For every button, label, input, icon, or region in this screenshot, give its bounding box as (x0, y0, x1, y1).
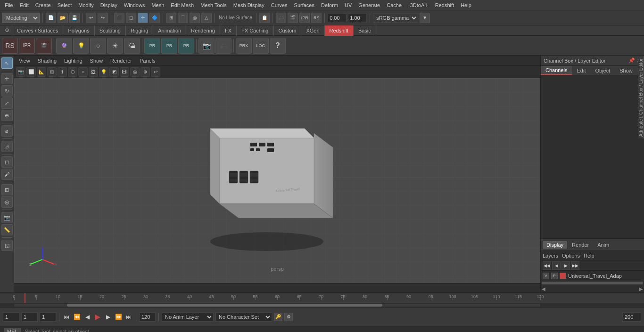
vp-smooth-button[interactable]: ○ (78, 67, 88, 77)
vp-grid-button[interactable]: ⊞ (47, 67, 57, 77)
shelf-icon-pr-1[interactable]: PR (144, 38, 160, 54)
snap-point-button[interactable]: ◎ (190, 13, 200, 23)
scale-field[interactable]: 1.00 (348, 14, 367, 22)
channel-box-scrollbar[interactable] (541, 281, 644, 285)
camera-lt-button[interactable]: 📷 (1, 212, 13, 223)
layer-tab-render[interactable]: Render (568, 241, 593, 249)
menu-edit-mesh[interactable]: Edit Mesh (168, 1, 197, 9)
shelf-icon-render-cam[interactable]: 🎥 (215, 38, 231, 54)
redo-button[interactable]: ↪ (98, 13, 108, 23)
menu-mesh[interactable]: Mesh (149, 1, 167, 9)
cb-tab-object[interactable]: Object (590, 66, 615, 75)
shelf-tab-redshift[interactable]: Redshift (325, 25, 354, 36)
cb-tab-edit[interactable]: Edit (572, 66, 590, 75)
vp-camera-button[interactable]: 📷 (16, 67, 25, 77)
shelf-icon-rs-sun[interactable]: ☀ (107, 38, 123, 54)
scale-tool-lt-button[interactable]: ⤢ (1, 97, 13, 109)
shelf-tab-sculpting[interactable]: Sculpting (95, 25, 126, 36)
prev-key-button[interactable]: ⏪ (73, 313, 81, 321)
layer-menu-options[interactable]: Options (562, 253, 580, 259)
vp-menu-renderer[interactable]: Renderer (108, 57, 134, 65)
play-button[interactable]: ▶ (93, 313, 102, 321)
layer-tab-anim[interactable]: Anim (594, 241, 613, 249)
go-start-button[interactable]: ⏮ (62, 313, 71, 321)
auto-key-button[interactable]: 🔑 (274, 313, 282, 321)
measure-lt-button[interactable]: 📏 (1, 224, 13, 235)
scene-canvas[interactable]: X Z Y (14, 78, 540, 283)
playback-speed-field[interactable]: 1 (40, 312, 56, 322)
select-tool-button[interactable]: ↖ (1, 57, 13, 69)
shelf-icon-help[interactable]: ? (270, 38, 286, 54)
shelf-icon-rs-ipr[interactable]: IPR (19, 38, 35, 54)
shelf-tab-polygons[interactable]: Polygons (63, 25, 94, 36)
layer-color-swatch[interactable] (560, 273, 566, 279)
gamma-options-button[interactable]: ▼ (420, 13, 430, 23)
channel-box-scroll-right[interactable]: ▶ (639, 286, 643, 292)
menu-modify[interactable]: Modify (75, 1, 96, 9)
menu-edit[interactable]: Edit (17, 1, 32, 9)
next-key-button[interactable]: ⏩ (114, 313, 123, 321)
timeline[interactable]: 0510152025303540455055606570758085909510… (0, 293, 644, 303)
move-tool-lt-button[interactable]: ✛ (1, 73, 13, 84)
ipr-button[interactable]: IPR (299, 13, 310, 23)
vp-hud-button[interactable]: ℹ (58, 67, 67, 77)
range-end-field[interactable]: 120 (139, 312, 156, 322)
isolate-select-button[interactable]: ◱ (1, 240, 13, 251)
preferences-button[interactable]: ⚙ (284, 313, 293, 321)
undo-button[interactable]: ↩ (86, 13, 96, 23)
vp-menu-shading[interactable]: Shading (36, 57, 58, 65)
shelf-tab-rigging[interactable]: Rigging (126, 25, 153, 36)
channel-box-scroll-thumb[interactable] (542, 282, 643, 284)
menu-help[interactable]: Help (458, 1, 474, 9)
universal-tool-lt-button[interactable]: ⊕ (1, 110, 13, 121)
shelf-icon-log[interactable]: LOG (253, 38, 269, 54)
workspace-dropdown[interactable]: Modeling (2, 13, 40, 23)
menu-generate[interactable]: Generate (355, 1, 383, 9)
vp-menu-view[interactable]: View (17, 57, 32, 65)
character-set-dropdown[interactable]: No Character Set (215, 312, 272, 322)
shelf-icon-rs-render[interactable]: 🎬 (36, 38, 52, 54)
vp-wireframe-button[interactable]: ⬡ (68, 67, 77, 77)
shelf-icon-pr-2[interactable]: PR (161, 38, 177, 54)
menu-display[interactable]: Display (98, 1, 120, 9)
snap-surface-button[interactable]: △ (201, 13, 212, 23)
shelf-icon-rs-light[interactable]: 💡 (73, 38, 89, 54)
vp-anim-button[interactable]: 🎞 (120, 67, 129, 77)
shelf-icon-camera[interactable]: 📷 (198, 38, 215, 54)
layer-tb-prev[interactable]: ◀ (552, 261, 561, 270)
vp-xray-button[interactable]: ◎ (130, 67, 140, 77)
go-end-button[interactable]: ⏭ (124, 313, 133, 321)
script-language-label[interactable]: MEL (4, 328, 21, 332)
show-manip-button[interactable]: ⊿ (1, 141, 13, 152)
vp-light-button[interactable]: 💡 (99, 67, 108, 77)
menu-create[interactable]: Create (33, 1, 54, 9)
history-button[interactable]: 📋 (259, 13, 270, 23)
render-button[interactable]: 🎬 (288, 13, 298, 23)
open-file-button[interactable]: 📂 (58, 13, 68, 23)
select-mode-button[interactable]: ⬛ (114, 13, 124, 23)
gamma-dropdown[interactable]: sRGB gamma (373, 13, 418, 23)
snap-button[interactable]: 🔷 (149, 13, 160, 23)
timeline-scrollbar[interactable] (0, 303, 644, 307)
vp-film-gate-button[interactable]: ⬜ (26, 67, 36, 77)
shelf-tab-animation[interactable]: Animation (153, 25, 186, 36)
shelf-tab-curves-surfaces[interactable]: Curves / Surfaces (12, 25, 63, 36)
camera-button[interactable]: 🎥 (276, 13, 286, 23)
shelf-icon-pr-3[interactable]: PR (178, 38, 194, 54)
lasso-button[interactable]: ◻ (126, 13, 136, 23)
rotate-tool-lt-button[interactable]: ↻ (1, 85, 13, 97)
shelf-icon-rs-material[interactable]: 🔮 (56, 38, 72, 54)
new-file-button[interactable]: 📄 (46, 13, 56, 23)
layer-tb-next[interactable]: ▶ (561, 261, 570, 270)
shelf-icon-rs-sky[interactable]: 🌤 (124, 38, 140, 54)
next-frame-button[interactable]: ▶ (104, 313, 112, 321)
vp-menu-panels[interactable]: Panels (138, 57, 157, 65)
layer-menu-layers[interactable]: Layers (543, 253, 558, 259)
move-tool-button[interactable]: ✛ (138, 13, 148, 23)
soft-select-button[interactable]: ⌀ (1, 125, 13, 137)
menu-redshift[interactable]: Redshift (432, 1, 457, 9)
layer-row-item[interactable]: V P Universal_Travel_Adap (541, 271, 644, 281)
vp-menu-lighting[interactable]: Lighting (62, 57, 84, 65)
layer-visibility-button[interactable]: V (543, 273, 549, 279)
shelf-tab-basic[interactable]: Basic (354, 25, 376, 36)
